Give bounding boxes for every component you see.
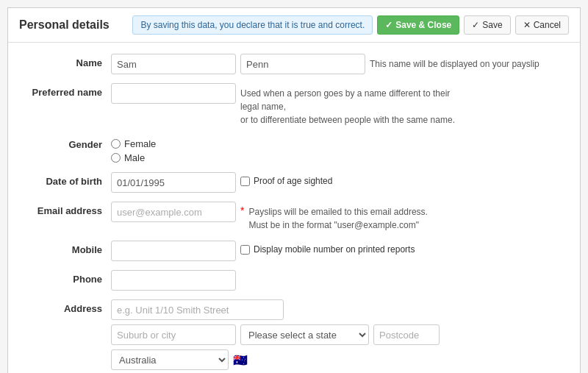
address-line1-row xyxy=(111,299,440,320)
save-close-label: Save & Close xyxy=(395,20,451,30)
proof-age-label: Proof of age sighted xyxy=(254,176,332,186)
page-wrapper: Personal details By saving this data, yo… xyxy=(7,7,581,373)
cross-icon: ✕ xyxy=(523,20,531,30)
name-row: Name This name will be displayed on your… xyxy=(23,54,565,74)
dob-label: Date of birth xyxy=(23,172,111,187)
gender-female-radio[interactable] xyxy=(111,139,121,149)
phone-control xyxy=(111,270,565,291)
save-close-button[interactable]: ✓ Save & Close xyxy=(377,15,459,35)
dob-control: Proof of age sighted xyxy=(111,172,565,193)
cancel-label: Cancel xyxy=(534,20,561,30)
address-block: Please select a state NSW VIC QLD SA WA … xyxy=(111,299,440,370)
state-select[interactable]: Please select a state NSW VIC QLD SA WA … xyxy=(240,324,369,345)
gender-label: Gender xyxy=(23,135,111,150)
email-control: * Payslips will be emailed to this email… xyxy=(111,202,565,232)
gender-female-label: Female xyxy=(124,138,156,149)
check-icon-save: ✓ xyxy=(472,20,479,30)
proof-age-checkbox[interactable] xyxy=(240,177,250,186)
declaration-notice: By saving this data, you declare that it… xyxy=(132,15,373,35)
email-hint: Payslips will be emailed to this email a… xyxy=(248,202,427,232)
preferred-name-input[interactable] xyxy=(111,83,236,104)
address-control: Please select a state NSW VIC QLD SA WA … xyxy=(111,299,565,370)
name-hint: This name will be displayed on your pays… xyxy=(370,54,539,71)
page-header: Personal details By saving this data, yo… xyxy=(8,8,580,43)
cancel-button[interactable]: ✕ Cancel xyxy=(515,15,569,35)
preferred-name-row: Preferred name Used when a person goes b… xyxy=(23,83,565,127)
address-line3-row: Australia New Zealand United Kingdom Uni… xyxy=(111,349,440,370)
gender-male-radio[interactable] xyxy=(111,153,121,163)
required-star: * xyxy=(240,202,244,216)
suburb-input[interactable] xyxy=(111,324,236,345)
gender-male-label: Male xyxy=(124,152,145,163)
gender-female-option[interactable]: Female xyxy=(111,138,156,149)
email-row: Email address * Payslips will be emailed… xyxy=(23,202,565,232)
form-body: Name This name will be displayed on your… xyxy=(8,43,580,373)
mobile-label: Mobile xyxy=(23,241,111,255)
proof-age-option[interactable]: Proof of age sighted xyxy=(240,172,332,186)
dob-row: Date of birth Proof of age sighted xyxy=(23,172,565,193)
mobile-row: Mobile Display mobile number on printed … xyxy=(23,241,565,261)
name-label: Name xyxy=(23,54,111,68)
header-actions: By saving this data, you declare that it… xyxy=(132,15,569,35)
dob-input[interactable] xyxy=(111,172,236,193)
name-control: This name will be displayed on your pays… xyxy=(111,54,565,74)
first-name-input[interactable] xyxy=(111,54,236,74)
display-mobile-checkbox[interactable] xyxy=(240,245,250,255)
check-icon: ✓ xyxy=(385,20,392,30)
mobile-control: Display mobile number on printed reports xyxy=(111,241,565,261)
phone-label: Phone xyxy=(23,270,111,285)
mobile-input[interactable] xyxy=(111,241,236,261)
email-input[interactable] xyxy=(111,202,236,222)
address-line2-row: Please select a state NSW VIC QLD SA WA … xyxy=(111,324,440,345)
page-title: Personal details xyxy=(19,18,110,32)
au-flag-icon: 🇦🇺 xyxy=(233,353,248,367)
preferred-name-control: Used when a person goes by a name differ… xyxy=(111,83,565,127)
gender-row: Gender Female Male xyxy=(23,135,565,163)
address-row: Address Please select a state NSW VIC QL… xyxy=(23,299,565,370)
display-mobile-option[interactable]: Display mobile number on printed reports xyxy=(240,241,415,255)
save-label: Save xyxy=(482,20,502,30)
gender-control: Female Male xyxy=(111,135,565,163)
email-label: Email address xyxy=(23,202,111,216)
gender-radio-group: Female Male xyxy=(111,135,156,163)
last-name-input[interactable] xyxy=(240,54,365,74)
phone-input[interactable] xyxy=(111,270,236,291)
display-mobile-label: Display mobile number on printed reports xyxy=(254,244,415,255)
gender-male-option[interactable]: Male xyxy=(111,152,156,163)
address-label: Address xyxy=(23,299,111,314)
postcode-input[interactable] xyxy=(373,324,440,345)
preferred-name-hint: Used when a person goes by a name differ… xyxy=(240,83,468,127)
phone-row: Phone xyxy=(23,270,565,291)
preferred-name-label: Preferred name xyxy=(23,83,111,98)
address-street-input[interactable] xyxy=(111,299,284,320)
save-button[interactable]: ✓ Save xyxy=(464,15,510,35)
country-select[interactable]: Australia New Zealand United Kingdom Uni… xyxy=(111,349,229,370)
